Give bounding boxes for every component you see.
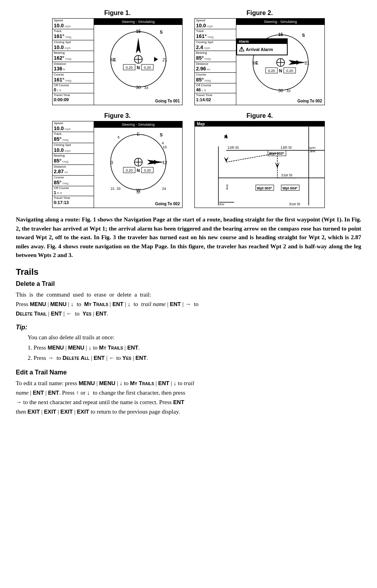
tip-step-2: 2. Press → to Delete All | ENT | ← to Ye… <box>28 353 361 363</box>
tip-title: Tip: <box>16 324 361 331</box>
ent-key-3: ENT <box>51 310 62 317</box>
nav-field-bearing-2: Bearing 85° mag <box>195 51 236 62</box>
trails-title: Trails <box>16 267 361 277</box>
svg-text:3: 3 <box>110 160 113 165</box>
nav-field-closing-spd: Closing Spd 10.0 mph <box>53 40 94 51</box>
yes-label-1: Yes <box>83 310 92 317</box>
figure-2-nav-right: Steering - Simulating Alarm ⚠ Arrival Al… <box>236 19 324 105</box>
nav-field-speed-3: Speed 10.0 mph <box>53 121 94 132</box>
nav-field-closing-3: Closing Spd 10.0 mph <box>53 143 94 154</box>
edit-menu-2: MENU <box>99 380 115 386</box>
tip-yes: Yes <box>123 355 132 361</box>
svg-text:6: 6 <box>253 61 255 65</box>
nav-field-offcourse-2: Off Course 46 L ft <box>195 83 236 93</box>
nav-field-off-course: Off Course 0 L ft <box>53 83 94 93</box>
nav-field-distance: Distance 136 ft <box>53 62 94 73</box>
svg-text:Wpt 004*: Wpt 004* <box>283 186 298 190</box>
svg-text:0.20: 0.20 <box>268 69 275 73</box>
edit-trail-text: To edit a trail name: press MENU | MENU … <box>16 378 361 416</box>
nav-field-track: Track 161° mag <box>53 29 94 40</box>
svg-text:24: 24 <box>162 187 166 191</box>
figure-2-title: Figure 2. <box>247 9 273 17</box>
nav-field-bearing-3: Bearing 85° mag <box>53 154 94 164</box>
figure-4-title: Figure 4. <box>247 112 273 119</box>
figure-3-nav-right: Steering - Simulating E 12 3 W S N 33 4 … <box>94 121 182 208</box>
figure-1-nav-left: Speed 10.0 mph Track 161° mag Closing Sp… <box>53 19 94 105</box>
svg-text:0.20: 0.20 <box>126 66 133 70</box>
alarm-icon: ⚠ <box>239 45 244 53</box>
menu-key-2: MENU <box>50 301 66 307</box>
svg-marker-8 <box>136 38 141 53</box>
svg-text:S: S <box>160 132 162 137</box>
svg-text:12: 12 <box>162 160 167 165</box>
nav-field-course: Course 161° mag <box>53 73 94 83</box>
svg-text:15: 15 <box>278 32 283 37</box>
figure-3-title: Figure 3. <box>104 112 131 119</box>
nav-field-distance-3: Distance 2.87 mi <box>53 165 94 176</box>
svg-text:30: 30 <box>136 85 140 90</box>
tip-ent-1: ENT <box>127 344 138 351</box>
figure-1-compass: 15 21 30 6 S N 33 <box>94 19 182 94</box>
my-trails-label: My Trails <box>84 301 108 307</box>
svg-text:Wpt 003*: Wpt 003* <box>257 186 272 190</box>
nav-field-speed: Speed 10.0 mph <box>53 19 94 29</box>
figure-2-nav-left: Speed 10.0 mph Track 161° mag Closing Sp… <box>195 19 236 105</box>
svg-text:E: E <box>137 132 139 136</box>
svg-text:N: N <box>279 68 282 73</box>
edit-trail-name-2: name <box>16 389 29 396</box>
figure-3-block: Figure 3. Speed 10.0 mph Track 85° mag C… <box>52 112 183 208</box>
compass-svg-2: 15 21 30 6 S N 33 E 0.20 <box>245 25 316 94</box>
tip-intro: You can also delete all trails at once: <box>28 333 361 342</box>
svg-text:E: E <box>255 61 258 65</box>
svg-text:6: 6 <box>117 135 119 139</box>
figure-2-going-to: Going To 002 <box>297 99 322 103</box>
svg-text:Wpt 002*: Wpt 002* <box>269 151 284 155</box>
nav-field-closing-2: Closing Spd 2.4 mph <box>195 40 236 51</box>
trail-name-italic: trail name <box>141 301 166 307</box>
edit-trail-name: trail <box>184 380 194 386</box>
svg-marker-79 <box>224 157 229 162</box>
edit-exit-3: EXIT <box>60 408 73 415</box>
edit-ent-final: ENT <box>173 399 184 405</box>
edit-menu-1: MENU <box>79 380 95 386</box>
tip-content: You can also delete all trails at once: … <box>16 333 361 363</box>
svg-text:33: 33 <box>144 86 148 90</box>
svg-text:21st St: 21st St <box>281 173 292 177</box>
delete-trail-title: Delete a Trail <box>16 280 361 287</box>
svg-marker-55 <box>154 160 158 164</box>
svg-text:21: 21 <box>304 61 309 65</box>
figure-4-block: Figure 4. Map 11th St Lynn Lane 21st St <box>194 112 325 208</box>
figures-row-1: Figure 1. Speed 10.0 mph Track 161° mag … <box>16 9 361 105</box>
svg-text:21: 21 <box>110 187 114 191</box>
nav-field-travel-time: Travel Time 0:00:09 <box>53 93 94 103</box>
edit-exit-1: EXIT <box>28 408 40 415</box>
ent-key-2: ENT <box>170 301 181 307</box>
tip-delete-all: Delete All <box>62 355 89 361</box>
svg-marker-17 <box>154 57 158 62</box>
nav-field-offcourse-3: Off Course 1 R ft <box>53 186 94 196</box>
figure-2-block: Figure 2. Speed 10.0 mph Track 161° mag … <box>194 9 325 105</box>
figure-2-compass: 15 21 30 6 S N 33 E 0.20 <box>236 25 324 94</box>
trails-section: Trails Delete a Trail This is the comman… <box>16 267 361 416</box>
svg-text:N: N <box>137 168 140 173</box>
svg-text:15: 15 <box>162 145 166 149</box>
map-top-bar: Map <box>195 121 324 127</box>
figure-3-nav-panel: Speed 10.0 mph Track 85° mag Closing Spd… <box>52 121 183 208</box>
svg-text:S: S <box>302 33 305 38</box>
compass-svg-3: E 12 3 W S N 33 4 15 6 <box>103 125 174 194</box>
svg-text:30: 30 <box>278 88 283 93</box>
compass-svg-1: 15 21 30 6 S N 33 <box>103 22 174 91</box>
map-content: 11th St Lynn Lane 21st St Ave 3mi <box>195 127 324 206</box>
tip-ent-3: ENT <box>136 355 147 361</box>
figure-3-nav-left: Speed 10.0 mph Track 85° mag Closing Spd… <box>53 121 94 208</box>
svg-text:11th St: 11th St <box>281 146 292 149</box>
svg-text:33: 33 <box>286 89 290 93</box>
menu-key-1: MENU <box>30 301 46 307</box>
svg-text:E: E <box>113 57 116 62</box>
svg-text:21: 21 <box>162 57 167 62</box>
figure-3-going-to: Going To 002 <box>155 202 180 206</box>
edit-ent-1: ENT <box>158 380 169 386</box>
nav-field-course-2: Course 85° mag <box>195 73 236 83</box>
delete-trail-label: Delete Trail <box>16 310 47 317</box>
svg-text:Ave: Ave <box>225 184 229 190</box>
